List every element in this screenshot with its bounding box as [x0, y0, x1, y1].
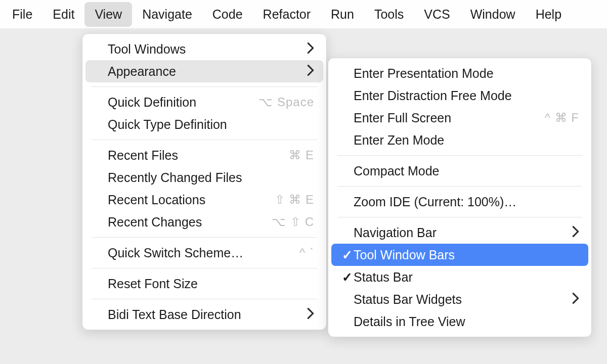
appearance-tool-window-bars[interactable]: ✓ Tool Window Bars: [331, 244, 588, 266]
menu-code[interactable]: Code: [202, 2, 253, 27]
view-recent-changes[interactable]: Recent Changes ⌥ ⇧ C: [85, 211, 323, 233]
menu-item-label: Recent Locations: [108, 193, 275, 207]
menu-item-label: Tool Windows: [108, 42, 307, 57]
appearance-details-in-tree-view[interactable]: Details in Tree View: [331, 310, 588, 333]
view-quick-definition[interactable]: Quick Definition ⌥ Space: [85, 91, 323, 113]
menu-item-label: Details in Tree View: [354, 314, 579, 329]
shortcut: ⌘ E: [289, 148, 314, 162]
appearance-submenu: Enter Presentation Mode Enter Distractio…: [328, 58, 592, 337]
menu-tools[interactable]: Tools: [364, 2, 414, 27]
chevron-right-icon: [307, 42, 314, 57]
menu-edit[interactable]: Edit: [42, 2, 84, 27]
shortcut: ⌥ ⇧ C: [272, 215, 314, 229]
menu-item-label: Quick Definition: [108, 95, 258, 110]
view-recently-changed-files[interactable]: Recently Changed Files: [85, 166, 323, 189]
chevron-right-icon: [572, 292, 579, 307]
menu-file[interactable]: File: [2, 2, 42, 27]
menu-item-label: Bidi Text Base Direction: [108, 307, 307, 322]
menu-item-label: Reset Font Size: [108, 277, 314, 291]
view-recent-locations[interactable]: Recent Locations ⇧ ⌘ E: [85, 189, 323, 211]
menu-separator: [337, 217, 582, 217]
appearance-enter-zen-mode[interactable]: Enter Zen Mode: [331, 129, 588, 151]
menu-item-label: Navigation Bar: [354, 225, 572, 240]
menu-item-label: Enter Zen Mode: [354, 133, 579, 148]
menu-view[interactable]: View: [84, 2, 132, 27]
menu-item-label: Recently Changed Files: [108, 170, 314, 185]
appearance-enter-distraction-free-mode[interactable]: Enter Distraction Free Mode: [331, 84, 588, 107]
menu-item-label: Recent Files: [108, 148, 289, 163]
menu-separator: [337, 186, 582, 187]
menubar: File Edit View Navigate Code Refactor Ru…: [0, 0, 607, 28]
view-quick-switch-scheme[interactable]: Quick Switch Scheme… ^ `: [85, 242, 323, 264]
view-tool-windows[interactable]: Tool Windows: [85, 38, 323, 60]
appearance-zoom-ide[interactable]: Zoom IDE (Current: 100%)…: [331, 191, 588, 213]
shortcut: ⌥ Space: [258, 95, 314, 109]
menu-item-label: Enter Distraction Free Mode: [354, 88, 579, 103]
menu-separator: [337, 155, 582, 156]
menu-item-label: Compact Mode: [354, 164, 579, 178]
menu-refactor[interactable]: Refactor: [253, 2, 321, 27]
chevron-right-icon: [307, 64, 314, 79]
menu-item-label: Zoom IDE (Current: 100%)…: [354, 195, 579, 209]
menu-navigate[interactable]: Navigate: [132, 2, 202, 27]
appearance-compact-mode[interactable]: Compact Mode: [331, 160, 588, 182]
menu-run[interactable]: Run: [321, 2, 364, 27]
view-bidi-text-base-direction[interactable]: Bidi Text Base Direction: [85, 303, 323, 326]
menu-separator: [92, 140, 317, 140]
appearance-status-bar-widgets[interactable]: Status Bar Widgets: [331, 288, 588, 310]
appearance-enter-presentation-mode[interactable]: Enter Presentation Mode: [331, 62, 588, 84]
menu-vcs[interactable]: VCS: [414, 2, 460, 27]
menu-item-label: Status Bar: [354, 270, 579, 285]
menu-window[interactable]: Window: [460, 2, 526, 27]
menu-separator: [92, 299, 317, 299]
shortcut: ^ ⌘ F: [545, 111, 579, 125]
check-icon: ✓: [340, 270, 354, 285]
shortcut: ⇧ ⌘ E: [275, 193, 314, 207]
view-appearance[interactable]: Appearance: [85, 60, 323, 82]
view-reset-font-size[interactable]: Reset Font Size: [85, 272, 323, 295]
menu-item-label: Quick Switch Scheme…: [108, 246, 299, 260]
menu-item-label: Enter Full Screen: [354, 111, 545, 125]
appearance-status-bar[interactable]: ✓ Status Bar: [331, 266, 588, 288]
menu-item-label: Quick Type Definition: [108, 117, 314, 132]
shortcut: ^ `: [299, 246, 314, 260]
chevron-right-icon: [572, 225, 579, 240]
menu-separator: [92, 237, 317, 238]
view-recent-files[interactable]: Recent Files ⌘ E: [85, 144, 323, 166]
menu-separator: [92, 268, 317, 268]
check-icon: ✓: [340, 248, 354, 262]
menu-help[interactable]: Help: [526, 2, 572, 27]
menu-item-label: Tool Window Bars: [354, 248, 579, 262]
view-quick-type-definition[interactable]: Quick Type Definition: [85, 113, 323, 135]
menu-item-label: Recent Changes: [108, 215, 272, 230]
appearance-enter-full-screen[interactable]: Enter Full Screen ^ ⌘ F: [331, 107, 588, 129]
menu-separator: [92, 86, 317, 87]
menu-item-label: Status Bar Widgets: [354, 292, 572, 307]
menu-item-label: Appearance: [108, 64, 307, 79]
view-dropdown: Tool Windows Appearance Quick Definition…: [82, 33, 327, 330]
chevron-right-icon: [307, 307, 314, 322]
appearance-navigation-bar[interactable]: Navigation Bar: [331, 221, 588, 244]
menu-item-label: Enter Presentation Mode: [354, 66, 579, 81]
